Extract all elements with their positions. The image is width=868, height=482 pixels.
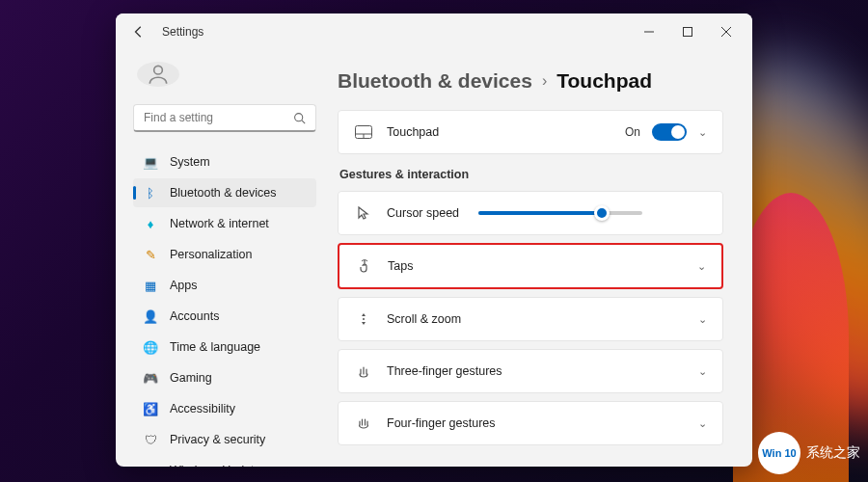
sidebar-item-network-internet[interactable]: ♦Network & internet — [133, 209, 316, 238]
sidebar-item-time-language[interactable]: 🌐Time & language — [133, 333, 316, 362]
content-area: 💻SystemᛒBluetooth & devices♦Network & in… — [116, 50, 752, 467]
sidebar-item-gaming[interactable]: 🎮Gaming — [133, 363, 316, 392]
nav-label: Apps — [170, 279, 198, 292]
nav-icon: 🛡 — [143, 432, 158, 447]
section-heading: Gestures & interaction — [339, 168, 723, 181]
close-icon — [721, 27, 731, 37]
sidebar-item-personalization[interactable]: ✎Personalization — [133, 240, 316, 269]
sidebar-item-bluetooth-devices[interactable]: ᛒBluetooth & devices — [133, 178, 316, 207]
chevron-down-icon: ⌄ — [698, 417, 707, 430]
touchpad-icon — [354, 122, 373, 142]
row-label: Four-finger gestures — [387, 416, 698, 430]
nav-list: 💻SystemᛒBluetooth & devices♦Network & in… — [133, 147, 316, 467]
breadcrumb: Bluetooth & devices › Touchpad — [338, 69, 723, 93]
setting-row-four-finger-gestures[interactable]: Four-finger gestures⌄ — [338, 401, 723, 445]
svg-point-8 — [363, 318, 365, 320]
sidebar: 💻SystemᛒBluetooth & devices♦Network & in… — [116, 50, 328, 467]
nav-label: Accounts — [170, 309, 219, 323]
nav-icon: 🎮 — [143, 370, 158, 386]
sidebar-item-privacy-security[interactable]: 🛡Privacy & security — [133, 425, 316, 454]
nav-label: Privacy & security — [170, 433, 265, 446]
person-icon — [146, 62, 171, 87]
settings-rows: Cursor speedTaps⌄Scroll & zoom⌄Three-fin… — [338, 191, 723, 445]
nav-label: Gaming — [170, 371, 212, 385]
titlebar: Settings — [116, 13, 752, 50]
touchpad-toggle[interactable] — [652, 123, 687, 141]
chevron-down-icon: ⌄ — [698, 313, 707, 326]
three-icon — [354, 362, 373, 381]
nav-icon: 🌐 — [143, 339, 158, 355]
user-avatar[interactable] — [137, 62, 179, 87]
nav-icon: 💻 — [143, 154, 158, 170]
minimize-icon — [644, 27, 654, 37]
nav-icon: ▦ — [143, 278, 158, 293]
sidebar-item-windows-update[interactable]: ↻Windows Update — [133, 456, 316, 467]
search-box[interactable] — [133, 104, 316, 132]
svg-point-3 — [295, 113, 303, 120]
touchpad-label: Touchpad — [387, 125, 625, 139]
nav-icon: ♿ — [143, 401, 158, 416]
nav-icon: ♦ — [143, 216, 158, 231]
nav-icon: ↻ — [143, 463, 158, 467]
scroll-icon — [354, 309, 373, 329]
touchpad-toggle-card[interactable]: Touchpad On ⌄ — [338, 110, 723, 154]
row-label: Three-finger gestures — [387, 364, 698, 378]
breadcrumb-current: Touchpad — [556, 69, 652, 93]
row-label: Taps — [388, 259, 697, 273]
setting-row-three-finger-gestures[interactable]: Three-finger gestures⌄ — [338, 349, 723, 393]
search-icon — [293, 112, 306, 124]
nav-label: Network & internet — [170, 217, 269, 230]
maximize-button[interactable] — [669, 18, 706, 45]
setting-row-cursor-speed[interactable]: Cursor speed — [338, 191, 723, 235]
nav-label: Personalization — [170, 248, 252, 261]
watermark-badge: Win 10 — [758, 432, 800, 474]
settings-window: Settings 💻SystemᛒBluetooth & devices♦Net… — [116, 13, 752, 467]
sidebar-item-accounts[interactable]: 👤Accounts — [133, 302, 316, 331]
setting-row-taps[interactable]: Taps⌄ — [338, 243, 723, 289]
cursor-icon — [354, 203, 373, 223]
nav-icon: ✎ — [143, 247, 158, 262]
svg-point-2 — [154, 66, 163, 74]
breadcrumb-parent[interactable]: Bluetooth & devices — [338, 69, 532, 93]
sidebar-item-accessibility[interactable]: ♿Accessibility — [133, 394, 316, 423]
nav-label: Accessibility — [170, 402, 235, 415]
svg-rect-1 — [684, 28, 692, 37]
sidebar-item-apps[interactable]: ▦Apps — [133, 271, 316, 300]
watermark: Win 10 系统之家 — [758, 432, 860, 474]
sidebar-item-system[interactable]: 💻System — [133, 147, 316, 176]
nav-label: Time & language — [170, 340, 260, 354]
main-panel: Bluetooth & devices › Touchpad Touchpad … — [328, 50, 752, 467]
maximize-icon — [683, 27, 692, 37]
svg-line-4 — [302, 120, 305, 122]
minimize-button[interactable] — [631, 18, 667, 45]
nav-icon: ᛒ — [143, 185, 158, 201]
card-right: On ⌄ — [625, 123, 707, 141]
nav-label: Bluetooth & devices — [170, 186, 277, 200]
close-button[interactable] — [708, 18, 745, 45]
chevron-down-icon: ⌄ — [698, 365, 707, 378]
chevron-right-icon: › — [542, 72, 547, 90]
window-title: Settings — [162, 25, 203, 39]
row-label: Cursor speed — [387, 206, 459, 220]
watermark-text: 系统之家 — [806, 444, 860, 462]
cursor-speed-slider[interactable] — [478, 211, 707, 215]
nav-label: Windows Update — [170, 464, 261, 467]
chevron-down-icon: ⌄ — [698, 126, 707, 139]
setting-row-scroll-zoom[interactable]: Scroll & zoom⌄ — [338, 297, 723, 341]
arrow-left-icon — [132, 25, 146, 39]
window-controls — [631, 18, 745, 45]
toggle-state-label: On — [625, 125, 640, 139]
four-icon — [354, 414, 373, 433]
nav-label: System — [170, 155, 210, 169]
search-input[interactable] — [144, 111, 293, 124]
nav-icon: 👤 — [143, 308, 158, 324]
row-label: Scroll & zoom — [387, 312, 698, 326]
chevron-down-icon: ⌄ — [697, 260, 706, 273]
tap-icon — [355, 256, 374, 276]
back-button[interactable] — [123, 16, 154, 47]
